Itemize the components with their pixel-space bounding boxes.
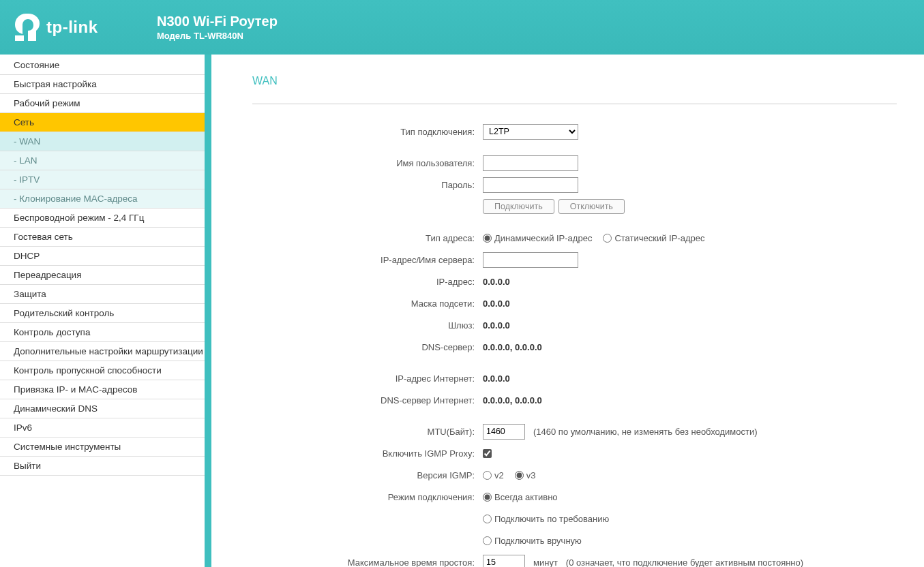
nav-item-1[interactable]: Быстрая настройка <box>0 75 205 94</box>
nav-item-2[interactable]: Рабочий режим <box>0 94 205 113</box>
password-input[interactable] <box>483 177 578 193</box>
brand-logo: tp-link <box>14 12 150 42</box>
igmp-proxy-checkbox[interactable] <box>483 449 492 458</box>
radio-igmp-v2[interactable]: v2 <box>483 470 504 480</box>
label-idle: Максимальное время простоя: <box>252 557 483 568</box>
nav-item-21[interactable]: Выйти <box>0 457 205 476</box>
label-address-type: Тип адреса: <box>252 233 483 243</box>
radio-static-ip[interactable]: Статический IP-адрес <box>603 233 704 243</box>
connection-type-select[interactable]: L2TP <box>483 124 578 140</box>
header-title-block: N300 Wi-Fi Роутер Модель TL-WR840N <box>157 14 278 41</box>
nav-item-17[interactable]: Привязка IP- и MAC-адресов <box>0 380 205 399</box>
label-inet-ip: IP-адрес Интернет: <box>252 373 483 384</box>
nav-item-5[interactable]: - LAN <box>0 151 205 170</box>
page-title: WAN <box>252 75 897 87</box>
value-inet-ip: 0.0.0.0 <box>483 373 510 384</box>
nav-item-12[interactable]: Защита <box>0 285 205 304</box>
value-dns: 0.0.0.0, 0.0.0.0 <box>483 342 542 352</box>
value-subnet: 0.0.0.0 <box>483 298 510 309</box>
username-input[interactable] <box>483 155 578 171</box>
mtu-input[interactable] <box>483 424 525 440</box>
hint-mtu: (1460 по умолчанию, не изменять без необ… <box>533 427 758 437</box>
label-connection-type: Тип подключения: <box>252 127 483 137</box>
nav-item-8[interactable]: Беспроводной режим - 2,4 ГГц <box>0 209 205 228</box>
value-ip-address: 0.0.0.0 <box>483 277 510 287</box>
label-subnet: Маска подсети: <box>252 298 483 309</box>
value-gateway: 0.0.0.0 <box>483 320 510 331</box>
label-ip-address: IP-адрес: <box>252 277 483 287</box>
nav-item-19[interactable]: IPv6 <box>0 418 205 438</box>
label-username: Имя пользователя: <box>252 158 483 168</box>
product-title: N300 Wi-Fi Роутер <box>157 14 278 29</box>
label-igmp-version: Версия IGMP: <box>252 470 483 480</box>
nav-item-16[interactable]: Контроль пропускной способности <box>0 361 205 380</box>
nav-item-11[interactable]: Переадресация <box>0 266 205 285</box>
nav-item-3[interactable]: Сеть <box>0 113 205 132</box>
idle-unit: минут <box>533 557 558 568</box>
nav-item-18[interactable]: Динамический DNS <box>0 399 205 418</box>
connect-button[interactable]: Подключить <box>483 199 554 214</box>
label-gateway: Шлюз: <box>252 320 483 331</box>
disconnect-button[interactable]: Отключить <box>558 199 625 214</box>
radio-dynamic-ip[interactable]: Динамический IP-адрес <box>483 233 592 243</box>
nav-item-9[interactable]: Гостевая сеть <box>0 228 205 247</box>
divider-top <box>252 104 897 104</box>
main-content: WAN Тип подключения: L2TP Имя пользовате… <box>211 55 924 567</box>
radio-mode-always[interactable]: Всегда активно <box>483 492 558 502</box>
sidebar: СостояниеБыстрая настройкаРабочий режимС… <box>0 55 211 567</box>
nav-item-15[interactable]: Дополнительные настройки маршрутизации <box>0 342 205 361</box>
value-inet-dns: 0.0.0.0, 0.0.0.0 <box>483 395 542 405</box>
label-password: Пароль: <box>252 180 483 190</box>
server-ip-input[interactable] <box>483 252 578 268</box>
radio-mode-manual[interactable]: Подключить вручную <box>483 536 582 546</box>
label-mtu: MTU(Байт): <box>252 427 483 437</box>
nav-item-6[interactable]: - IPTV <box>0 170 205 189</box>
brand-text: tp-link <box>46 18 98 37</box>
idle-input[interactable] <box>483 555 525 568</box>
nav-item-7[interactable]: - Клонирование MAC-адреса <box>0 189 205 209</box>
label-inet-dns: DNS-сервер Интернет: <box>252 395 483 405</box>
idle-note: (0 означает, что подключение будет актив… <box>566 557 803 568</box>
nav-item-14[interactable]: Контроль доступа <box>0 323 205 342</box>
tplink-logo-icon <box>14 12 41 42</box>
nav-item-20[interactable]: Системные инструменты <box>0 438 205 457</box>
label-server-ip: IP-адрес/Имя сервера: <box>252 255 483 265</box>
nav-item-0[interactable]: Состояние <box>0 56 205 75</box>
radio-mode-demand[interactable]: Подключить по требованию <box>483 514 609 524</box>
nav-item-4[interactable]: - WAN <box>0 132 205 151</box>
label-conn-mode: Режим подключения: <box>252 492 483 502</box>
nav-item-13[interactable]: Родительский контроль <box>0 304 205 323</box>
header: tp-link N300 Wi-Fi Роутер Модель TL-WR84… <box>0 0 924 55</box>
svg-rect-0 <box>15 35 24 41</box>
radio-igmp-v3[interactable]: v3 <box>515 470 536 480</box>
label-igmp-proxy: Включить IGMP Proxy: <box>252 448 483 459</box>
product-model: Модель TL-WR840N <box>157 31 278 41</box>
label-dns: DNS-сервер: <box>252 342 483 352</box>
nav-item-10[interactable]: DHCP <box>0 247 205 266</box>
